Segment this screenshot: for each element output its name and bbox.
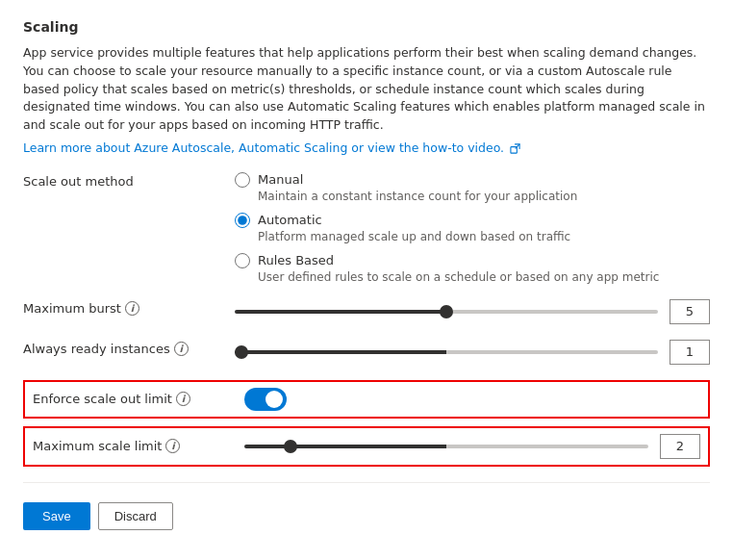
enforce-scale-out-limit-label: Enforce scale out limit i (33, 392, 244, 406)
save-button[interactable]: Save (23, 502, 90, 530)
maximum-burst-label: Maximum burst i (23, 299, 235, 316)
manual-description: Maintain a constant instance count for y… (258, 190, 659, 203)
rules-based-description: User defined rules to scale on a schedul… (258, 270, 659, 284)
automatic-description: Platform managed scale up and down based… (258, 230, 659, 243)
maximum-scale-limit-label: Maximum scale limit i (33, 439, 244, 453)
always-ready-instances-label: Always ready instances i (23, 340, 235, 356)
manual-label: Manual (258, 172, 303, 187)
enforce-scale-out-limit-toggle[interactable] (244, 388, 287, 411)
external-link-icon (510, 143, 520, 154)
enforce-scale-out-limit-row: Enforce scale out limit i (23, 380, 710, 419)
maximum-scale-limit-info-icon[interactable]: i (165, 439, 180, 453)
always-ready-instances-info-icon[interactable]: i (174, 342, 189, 356)
scale-out-method-group: Manual Maintain a constant instance coun… (235, 172, 659, 284)
automatic-option[interactable]: Automatic Platform managed scale up and … (235, 213, 659, 243)
maximum-burst-row: Maximum burst i 5 (23, 299, 710, 324)
always-ready-instances-value: 1 (670, 340, 710, 365)
always-ready-instances-row: Always ready instances i 1 (23, 340, 710, 365)
maximum-scale-limit-row: Maximum scale limit i 2 (23, 426, 710, 467)
footer-divider (23, 482, 710, 483)
maximum-burst-slider[interactable] (235, 310, 658, 314)
maximum-burst-info-icon[interactable]: i (125, 301, 139, 316)
rules-based-option[interactable]: Rules Based User defined rules to scale … (235, 253, 659, 284)
manual-radio[interactable] (235, 172, 250, 188)
maximum-scale-limit-slider[interactable] (244, 445, 648, 448)
discard-button[interactable]: Discard (98, 502, 173, 530)
action-buttons: Save Discard (23, 502, 710, 530)
scale-out-method-label: Scale out method (23, 172, 235, 189)
manual-option[interactable]: Manual Maintain a constant instance coun… (235, 172, 659, 203)
learn-more-link[interactable]: Learn more about Azure Autoscale, Automa… (23, 140, 504, 155)
automatic-label: Automatic (258, 213, 322, 227)
rules-based-radio[interactable] (235, 253, 250, 268)
rules-based-label: Rules Based (258, 253, 334, 267)
maximum-burst-value: 5 (670, 299, 710, 324)
page-title: Scaling (23, 19, 710, 35)
maximum-scale-limit-value: 2 (660, 434, 700, 459)
always-ready-instances-slider[interactable] (235, 350, 658, 354)
page-description: App service provides multiple features t… (23, 44, 706, 135)
toggle-slider (244, 388, 287, 411)
automatic-radio[interactable] (235, 213, 250, 228)
enforce-scale-out-limit-info-icon[interactable]: i (176, 392, 190, 406)
